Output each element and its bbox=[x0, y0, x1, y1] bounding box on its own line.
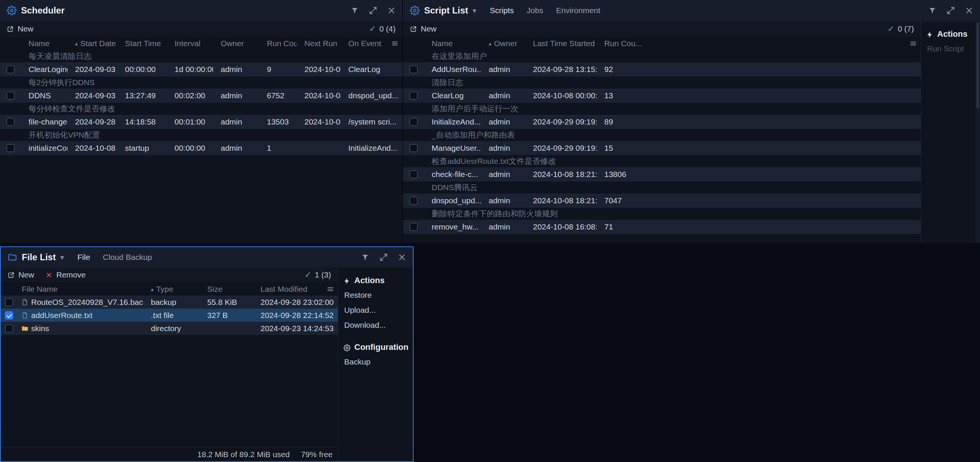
restore-action[interactable]: Restore bbox=[338, 287, 413, 303]
column-header-run-count[interactable]: Run Cou... bbox=[259, 39, 297, 48]
scheduler-row[interactable]: DDNS2024-09-0313:27:4900:02:00admin67522… bbox=[0, 89, 402, 103]
script-row[interactable]: check-file-c...admin2024-10-08 18:21:581… bbox=[403, 167, 921, 181]
column-header-next-run[interactable]: Next Run bbox=[297, 39, 341, 48]
row-checkbox[interactable] bbox=[409, 223, 418, 231]
remove-button[interactable]: Remove bbox=[45, 270, 86, 279]
scheduler-comment-row[interactable]: 开机初始化VPN配置 bbox=[0, 129, 402, 141]
maximize-icon[interactable] bbox=[947, 6, 955, 14]
close-icon[interactable] bbox=[965, 6, 973, 14]
file-row[interactable]: RouteOS_20240928_V7.16.backupbackup55.8 … bbox=[1, 295, 338, 309]
column-header-last-modified[interactable]: Last Modified bbox=[253, 285, 338, 294]
file-row[interactable]: skinsdirectory2024-09-23 14:24:53 bbox=[1, 322, 338, 335]
new-button[interactable]: New bbox=[7, 24, 33, 33]
filter-icon[interactable] bbox=[361, 253, 369, 261]
new-button[interactable]: New bbox=[410, 24, 436, 33]
new-button-label: New bbox=[421, 24, 436, 33]
download-action[interactable]: Download... bbox=[338, 318, 413, 333]
new-button[interactable]: New bbox=[8, 270, 34, 279]
script-row[interactable]: ManageUser...admin2024-09-29 09:19:3315 bbox=[403, 141, 921, 155]
column-settings-icon[interactable] bbox=[391, 40, 399, 47]
column-header-type[interactable]: ▴Type bbox=[143, 285, 200, 294]
maximize-icon[interactable] bbox=[379, 253, 388, 261]
script-row[interactable]: remove_hw...admin2024-10-08 16:08:2571 bbox=[403, 220, 921, 234]
maximize-icon[interactable] bbox=[369, 6, 377, 14]
file-row[interactable]: addUserRoute.txt.txt file327 B2024-09-28… bbox=[1, 309, 338, 322]
close-icon[interactable] bbox=[398, 253, 406, 261]
file-list-window-title: File List bbox=[22, 252, 56, 262]
column-settings-icon[interactable] bbox=[326, 285, 334, 293]
column-header-name[interactable]: Name bbox=[21, 39, 68, 48]
menu-item-jobs[interactable]: Jobs bbox=[527, 6, 543, 15]
row-checkbox[interactable] bbox=[5, 324, 13, 333]
close-icon[interactable] bbox=[387, 6, 396, 14]
scheduler-comment-row[interactable]: 每分钟检查文件是否修改 bbox=[0, 103, 402, 115]
row-checkbox[interactable] bbox=[409, 65, 418, 73]
row-checkbox[interactable] bbox=[5, 298, 13, 306]
file-name-cell: addUserRoute.txt bbox=[17, 311, 143, 320]
row-checkbox[interactable] bbox=[409, 92, 418, 100]
filter-icon[interactable] bbox=[350, 6, 359, 14]
column-header-file-name[interactable]: File Name bbox=[17, 285, 143, 294]
counter-text: 0 (7) bbox=[898, 24, 914, 33]
row-checkbox[interactable] bbox=[409, 170, 418, 178]
row-checkbox[interactable] bbox=[6, 144, 14, 152]
script-row[interactable]: AddUserRou...admin2024-09-28 13:15:3192 bbox=[403, 62, 921, 76]
menu-item-scripts[interactable]: Scripts bbox=[490, 6, 514, 15]
upload-action[interactable]: Upload... bbox=[338, 303, 413, 318]
file-list-table-header: File Name ▴Type Size Last Modified bbox=[1, 283, 338, 295]
script-row[interactable]: InitializeAnd...admin2024-09-29 09:19:33… bbox=[403, 115, 921, 129]
script-comment-row[interactable]: 检查addUesrRoute.txt文件是否修改 bbox=[403, 155, 921, 167]
script-cell-0: AddUserRou... bbox=[424, 65, 481, 74]
column-header-owner[interactable]: Owner bbox=[213, 39, 259, 48]
row-checkbox[interactable] bbox=[5, 311, 13, 319]
scheduler-cell-5: 1 bbox=[259, 144, 297, 152]
filter-icon[interactable] bbox=[928, 6, 937, 14]
scheduler-cell-0: DDNS bbox=[21, 91, 68, 100]
row-checkbox[interactable] bbox=[409, 118, 418, 126]
chevron-down-icon[interactable]: ▾ bbox=[473, 7, 476, 14]
scheduler-row[interactable]: file-change-...2024-09-2814:18:5800:01:0… bbox=[0, 115, 402, 129]
row-checkbox[interactable] bbox=[6, 92, 14, 100]
column-header-run-count[interactable]: Run Cou... bbox=[597, 39, 921, 48]
script-cell-2: 2024-10-08 00:00:00 bbox=[525, 91, 597, 100]
scheduler-comment-row[interactable]: 每天凌晨清除日志 bbox=[0, 50, 402, 62]
script-comment-row[interactable]: 删除特定条件下的路由和防火墙规则 bbox=[403, 208, 921, 220]
scheduler-row[interactable]: initializeCon...2024-10-08startup00:00:0… bbox=[0, 141, 402, 155]
chevron-down-icon[interactable]: ▾ bbox=[60, 254, 64, 261]
script-cell-2: 2024-10-08 16:08:25 bbox=[525, 222, 597, 231]
row-checkbox[interactable] bbox=[409, 144, 418, 152]
vertical-scrollbar[interactable] bbox=[975, 21, 980, 243]
column-header-last-time-started[interactable]: Last Time Started bbox=[525, 39, 597, 48]
scrollbar-thumb[interactable] bbox=[976, 22, 979, 108]
script-comment-row[interactable]: _自动添加用户和路由表 bbox=[403, 129, 921, 141]
menu-item-environment[interactable]: Environment bbox=[556, 6, 600, 15]
menu-item-cloud-backup[interactable]: Cloud Backup bbox=[103, 253, 152, 262]
scheduler-row[interactable]: ClearLoging2024-09-0300:00:001d 00:00:00… bbox=[0, 62, 402, 76]
backup-action[interactable]: Backup bbox=[338, 354, 413, 369]
row-comment: 每分钟检查文件是否修改 bbox=[21, 103, 402, 114]
script-cell-1: admin bbox=[481, 91, 525, 100]
script-row[interactable]: dnspod_upd...admin2024-10-08 18:21:49704… bbox=[403, 194, 921, 208]
scheduler-comment-row[interactable]: 每2分钟执行DDNS bbox=[0, 76, 402, 89]
script-comment-row[interactable]: DDNS腾讯云 bbox=[403, 181, 921, 194]
column-header-start-date[interactable]: ▴Start Date bbox=[68, 39, 118, 48]
column-header-start-time[interactable]: Start Time bbox=[118, 39, 167, 48]
column-settings-icon[interactable] bbox=[910, 40, 917, 47]
script-row[interactable]: ClearLogadmin2024-10-08 00:00:0013 bbox=[403, 89, 921, 103]
run-script-action[interactable]: Run Script bbox=[921, 41, 975, 56]
column-header-size[interactable]: Size bbox=[200, 285, 253, 294]
row-checkbox[interactable] bbox=[6, 65, 14, 73]
row-checkbox[interactable] bbox=[409, 197, 418, 205]
script-cell-1: admin bbox=[481, 170, 525, 179]
lightning-icon bbox=[926, 31, 934, 38]
row-comment: 检查addUesrRoute.txt文件是否修改 bbox=[424, 156, 921, 167]
column-header-interval[interactable]: Interval bbox=[167, 39, 213, 48]
script-comment-row[interactable]: 清除日志 bbox=[403, 76, 921, 89]
row-checkbox[interactable] bbox=[6, 118, 14, 126]
column-header-name[interactable]: Name bbox=[424, 39, 481, 48]
script-comment-row[interactable]: 添加用户后手动运行一次 bbox=[403, 103, 921, 115]
column-header-owner[interactable]: ▴Owner bbox=[481, 39, 525, 48]
scheduler-toolbar: New ✓ 0 (4) bbox=[0, 21, 402, 37]
script-comment-row[interactable]: 在这里添加用户 bbox=[403, 50, 921, 62]
menu-item-file[interactable]: File bbox=[77, 253, 90, 262]
